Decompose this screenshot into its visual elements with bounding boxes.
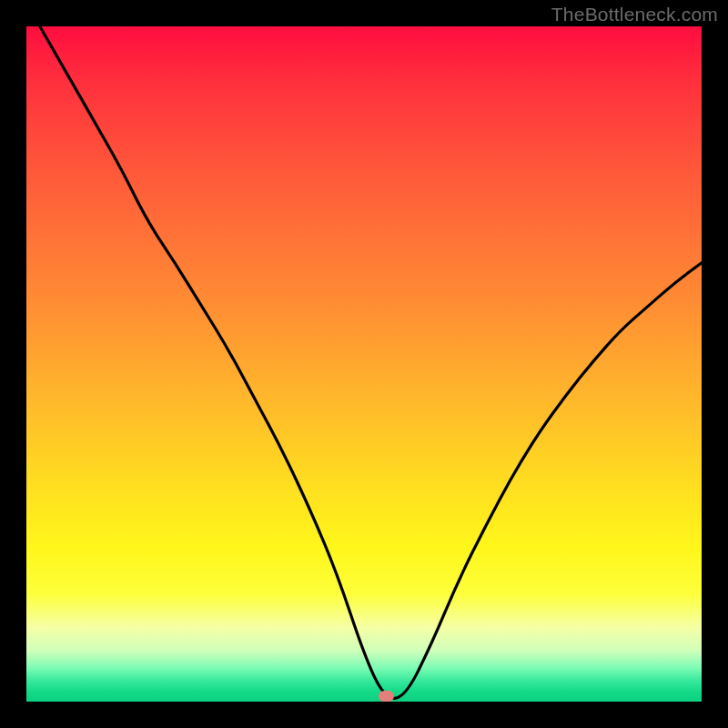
watermark-text: TheBottleneck.com (551, 4, 718, 25)
bottleneck-curve (26, 26, 702, 702)
bottleneck-marker (379, 691, 394, 702)
plot-area (26, 26, 702, 702)
chart-frame: TheBottleneck.com (0, 0, 728, 728)
